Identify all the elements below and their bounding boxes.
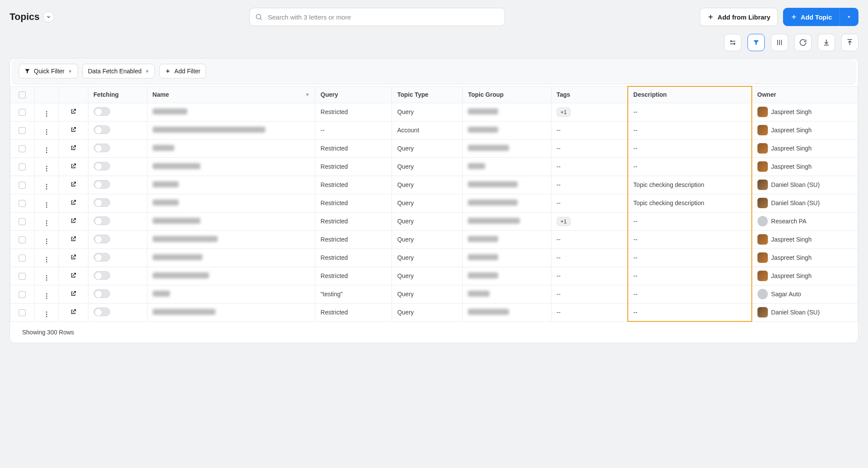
fetching-cell	[88, 285, 147, 303]
table-row: RestrictedQuery----Jaspreet Singh	[10, 139, 858, 157]
query-cell: Restricted	[315, 212, 392, 230]
manage-columns-button[interactable]	[771, 34, 788, 51]
avatar	[757, 234, 768, 245]
name-cell[interactable]	[147, 139, 315, 157]
row-menu-button[interactable]	[43, 129, 50, 136]
name-cell[interactable]	[147, 303, 315, 321]
download-button[interactable]	[818, 34, 835, 51]
open-external-button[interactable]	[70, 144, 77, 151]
avatar	[757, 107, 768, 117]
data-fetch-chip[interactable]: Data Fetch Enabled ▼	[82, 64, 155, 79]
row-checkbox[interactable]	[19, 218, 26, 225]
row-menu-button[interactable]	[43, 202, 50, 209]
open-external-button[interactable]	[70, 126, 77, 133]
row-menu-button[interactable]	[43, 147, 50, 154]
header-query[interactable]: Query	[315, 86, 392, 103]
row-checkbox[interactable]	[19, 164, 26, 170]
owner-name: Daniel Sloan (SU)	[771, 181, 820, 188]
name-cell[interactable]	[147, 176, 315, 194]
tags-cell: --	[551, 194, 628, 212]
add-topic-button[interactable]: Add Topic	[783, 8, 839, 26]
row-menu-button[interactable]	[43, 111, 50, 118]
sort-caret-icon[interactable]: ▼	[305, 92, 310, 97]
adjust-columns-button[interactable]	[724, 34, 741, 51]
fetching-toggle[interactable]	[94, 253, 110, 262]
fetching-toggle[interactable]	[94, 107, 110, 116]
add-from-library-button[interactable]: Add from Library	[700, 8, 778, 26]
svg-marker-6	[848, 16, 850, 18]
fetching-toggle[interactable]	[94, 144, 110, 152]
fetching-toggle[interactable]	[94, 308, 110, 316]
row-menu-button[interactable]	[43, 183, 50, 190]
row-menu-button[interactable]	[43, 220, 50, 227]
open-external-button[interactable]	[70, 181, 77, 188]
open-external-button[interactable]	[70, 308, 77, 315]
row-checkbox[interactable]	[19, 127, 26, 134]
open-external-button[interactable]	[70, 199, 77, 206]
fetching-toggle[interactable]	[94, 162, 110, 170]
quick-filter-chip[interactable]: Quick Filter ▼	[19, 64, 78, 79]
fetching-toggle[interactable]	[94, 180, 110, 189]
row-checkbox[interactable]	[19, 145, 26, 152]
filter-button[interactable]	[747, 34, 765, 51]
row-checkbox[interactable]	[19, 200, 26, 207]
name-cell[interactable]	[147, 157, 315, 176]
name-cell[interactable]	[147, 212, 315, 230]
row-checkbox[interactable]	[19, 255, 26, 262]
header-name-label: Name	[153, 91, 169, 98]
search-box[interactable]	[249, 8, 505, 26]
header-name[interactable]: Name ▼	[147, 86, 315, 103]
topic-group-value-redacted	[468, 181, 518, 187]
row-menu-button[interactable]	[43, 256, 50, 263]
row-checkbox[interactable]	[19, 273, 26, 280]
open-external-button[interactable]	[70, 217, 77, 224]
fetching-toggle[interactable]	[94, 198, 110, 207]
name-cell[interactable]	[147, 249, 315, 267]
description-cell: Topic checking description	[628, 194, 752, 212]
name-cell[interactable]	[147, 121, 315, 139]
fetching-toggle[interactable]	[94, 289, 110, 298]
refresh-button[interactable]	[794, 34, 812, 51]
row-checkbox[interactable]	[19, 236, 26, 243]
row-menu-button[interactable]	[43, 293, 50, 300]
name-cell[interactable]	[147, 267, 315, 285]
owner-name: Sagar Auto	[771, 291, 801, 298]
add-topic-dropdown-button[interactable]	[839, 8, 858, 26]
row-checkbox[interactable]	[19, 291, 26, 298]
title-dropdown-button[interactable]	[43, 11, 54, 23]
name-cell[interactable]	[147, 194, 315, 212]
row-menu-button[interactable]	[43, 311, 50, 318]
row-checkbox[interactable]	[19, 109, 26, 116]
fetching-toggle[interactable]	[94, 125, 110, 134]
fetching-toggle[interactable]	[94, 235, 110, 243]
header-fetching[interactable]: Fetching	[88, 86, 147, 103]
header-topic-type[interactable]: Topic Type	[392, 86, 463, 103]
search-input[interactable]	[267, 13, 499, 21]
open-external-button[interactable]	[70, 108, 77, 115]
fetching-toggle[interactable]	[94, 271, 110, 280]
header-tags[interactable]: Tags	[551, 86, 628, 103]
header-description[interactable]: Description	[628, 86, 752, 103]
row-menu-button[interactable]	[43, 275, 50, 281]
open-external-button[interactable]	[70, 254, 77, 261]
row-open-cell	[59, 139, 88, 157]
name-cell[interactable]	[147, 230, 315, 249]
row-menu-button[interactable]	[43, 165, 50, 172]
open-external-button[interactable]	[70, 163, 77, 170]
tag-count-badge[interactable]: +1	[557, 217, 571, 226]
select-all-checkbox[interactable]	[19, 92, 26, 98]
open-external-button[interactable]	[70, 236, 77, 242]
open-external-button[interactable]	[70, 290, 77, 297]
open-external-button[interactable]	[70, 272, 77, 279]
tag-count-badge[interactable]: +1	[557, 108, 571, 117]
row-checkbox[interactable]	[19, 309, 26, 316]
fetching-toggle[interactable]	[94, 216, 110, 225]
name-cell[interactable]	[147, 285, 315, 303]
row-checkbox[interactable]	[19, 182, 26, 189]
upload-button[interactable]	[841, 34, 858, 51]
header-owner[interactable]: Owner	[752, 86, 858, 103]
name-cell[interactable]	[147, 103, 315, 121]
row-menu-button[interactable]	[43, 238, 50, 245]
add-filter-button[interactable]: Add Filter	[159, 64, 206, 79]
header-topic-group[interactable]: Topic Group	[463, 86, 551, 103]
